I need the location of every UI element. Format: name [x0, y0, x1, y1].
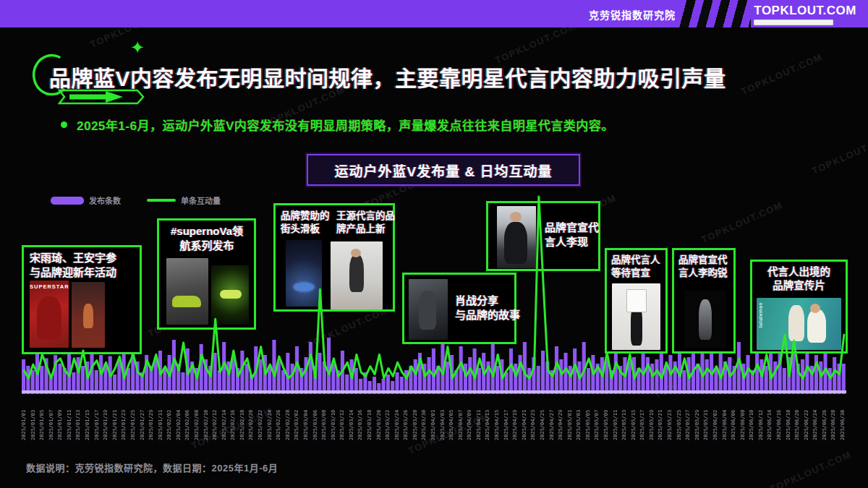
bullet-dot: [61, 121, 67, 128]
logo-text: TOPKLOUT.COM: [754, 4, 856, 18]
x-tick-label: 2025/06/26: [822, 397, 827, 440]
x-tick-label: 2025/04/03: [441, 397, 446, 440]
x-tick-label: 2025/06/28: [831, 397, 836, 440]
x-tick-label: 2025/04/01: [431, 397, 436, 440]
photo-skatepark-night: [286, 240, 322, 307]
x-tick-label: 2025/01/29: [149, 397, 154, 440]
x-tick-label: 2025/02/12: [213, 397, 218, 440]
callout-title-line: 品牌官宣代: [545, 221, 599, 235]
x-tick-label: 2025/01/23: [122, 397, 127, 440]
callout-title-line: 品牌代言人: [611, 254, 660, 267]
x-tick-label: 2025/01/25: [131, 397, 136, 440]
x-tick-label: 2025/06/24: [813, 397, 818, 440]
lululemon-label: lululemon: [758, 302, 763, 328]
x-tick-label: 2025/02/22: [258, 397, 263, 440]
x-tick-label: 2025/04/27: [550, 397, 555, 440]
chart-title-box: 运动户外蓝V发布量 & 日均互动量: [307, 154, 580, 186]
callout-title-line: 航系列发布: [166, 239, 247, 253]
x-tick-label: 2025/02/06: [185, 397, 190, 440]
callout-newyear-event: 宋雨琦、王安宇参 与品牌迎新年活动 SUPERSTAR: [22, 245, 142, 354]
callout-title-line: 与品牌的故事: [455, 308, 520, 322]
x-tick-label: 2025/03/04: [304, 397, 309, 440]
x-tick-label: 2025/04/05: [449, 397, 454, 440]
x-tick-label: 2025/05/25: [677, 397, 682, 440]
callout-title-line: 与品牌迎新年活动: [30, 265, 116, 280]
x-tick-label: 2025/02/24: [268, 397, 273, 440]
callout-xiaozhan-story: 肖战分享 与品牌的故事: [402, 273, 516, 344]
x-tick-label: 2025/01/15: [85, 397, 90, 440]
callout-title-line: 品牌赞助的: [281, 210, 330, 223]
slide: 克劳锐指数研究院 TOPKLOUT.COM TOPKLOUT.COM TOPKL…: [0, 0, 868, 488]
photo-running-shoe: [166, 258, 208, 325]
callout-title-line: 等待官宣: [611, 267, 660, 280]
bullet-text: 2025年1-6月，运动户外蓝V内容发布没有明显周期策略，声量爆发点往往来自明星…: [77, 116, 614, 134]
x-tick-label: 2025/02/02: [167, 397, 172, 440]
photo-brand-film: lululemon: [757, 298, 841, 350]
x-tick-label: 2025/06/16: [777, 397, 782, 440]
callout-title-line: 街头滑板: [281, 223, 330, 236]
x-tick-label: 2025/04/17: [504, 397, 509, 440]
x-tick-label: 2025/05/27: [686, 397, 691, 440]
callout-spokesperson-pending: 品牌代言人 等待官宣: [605, 248, 668, 354]
chart-title: 运动户外蓝V发布量 & 日均互动量: [335, 160, 553, 180]
watermark: TOPKLOUT.COM: [768, 449, 853, 488]
x-tick-label: 2025/05/31: [704, 397, 709, 440]
x-tick-label: 2025/05/19: [650, 397, 655, 440]
x-tick-label: 2025/06/30: [841, 397, 846, 440]
x-tick-label: 2025/01/27: [140, 397, 145, 440]
chart-baseline: [22, 390, 846, 393]
x-tick-label: 2025/01/05: [40, 397, 45, 440]
arrow-icon: [58, 88, 145, 106]
x-tick-label: 2025/03/12: [340, 397, 345, 440]
x-tick-label: 2025/05/07: [595, 397, 600, 440]
callout-title-line: 代言人出境的: [752, 265, 846, 279]
x-tick-label: 2025/01/09: [58, 397, 63, 440]
callout-title-line: 品牌宣传片: [752, 279, 846, 293]
x-tick-label: 2025/01/01: [22, 397, 27, 440]
x-tick-label: 2025/05/05: [586, 397, 591, 440]
x-tick-label: 2025/06/10: [749, 397, 754, 440]
watermark: TOPKLOUT.COM: [739, 51, 824, 97]
x-tick-label: 2025/05/15: [631, 397, 637, 440]
x-tick-label: 2025/03/22: [386, 397, 391, 440]
x-tick-label: 2025/04/11: [477, 397, 482, 440]
callout-lixian-announce: 品牌官宣代 言人李现: [486, 201, 600, 271]
x-tick-label: 2025/02/18: [240, 397, 245, 440]
x-tick-label: 2025/05/09: [604, 397, 609, 440]
x-tick-label: 2025/03/08: [322, 397, 327, 440]
x-tick-label: 2025/02/08: [195, 397, 200, 440]
x-tick-label: 2025/02/14: [222, 397, 227, 440]
callout-liyunrui-announce: 品牌官宣代 言人李昀锐: [672, 248, 736, 354]
x-tick-label: 2025/03/24: [395, 397, 400, 440]
page-title: 品牌蓝V内容发布无明显时间规律，主要靠明星代言内容助力吸引声量: [49, 61, 726, 93]
legend-bar-swatch: [51, 197, 84, 205]
x-tick-label: 2025/06/14: [767, 397, 773, 440]
callout-title-line: 牌产品上新: [336, 223, 395, 236]
legend-line-swatch: [147, 199, 176, 202]
callout-title-line: #supernoVa领: [166, 224, 247, 239]
callout-brand-film: 代言人出境的 品牌宣传片 lululemon: [750, 260, 848, 354]
header-bar: 克劳锐指数研究院 TOPKLOUT.COM: [0, 0, 868, 27]
superstar-label: SUPERSTAR: [30, 281, 69, 290]
x-tick-label: 2025/05/29: [695, 397, 700, 440]
x-tick-label: 2025/05/21: [658, 397, 663, 440]
x-tick-label: 2025/04/21: [522, 397, 527, 440]
x-tick-label: 2025/06/18: [786, 397, 791, 440]
x-tick-label: 2025/01/21: [113, 397, 118, 440]
x-tick-label: 2025/03/14: [349, 397, 354, 440]
x-tick-label: 2025/06/02: [713, 397, 718, 440]
x-tick-label: 2025/05/23: [668, 397, 673, 440]
x-tick-label: 2025/05/17: [640, 397, 645, 440]
topklout-logo: TOPKLOUT.COM: [754, 4, 856, 25]
footer-note: 数据说明：克劳锐指数研究院，数据日期：2025年1月-6月: [26, 461, 278, 474]
photo-wangyuan-product: [331, 241, 383, 309]
x-tick-label: 2025/05/13: [622, 397, 627, 440]
x-tick-label: 2025/02/20: [249, 397, 254, 440]
x-tick-label: 2025/04/19: [513, 397, 518, 440]
callout-supernova-launch: #supernoVa领 航系列发布: [157, 218, 256, 330]
x-tick-label: 2025/03/16: [358, 397, 363, 440]
callout-title-line: 肖战分享: [455, 294, 520, 308]
legend-line-label: 单条互动量: [181, 194, 221, 206]
x-tick-label: 2025/03/18: [367, 397, 373, 440]
x-tick-label: 2025/03/06: [313, 397, 318, 440]
